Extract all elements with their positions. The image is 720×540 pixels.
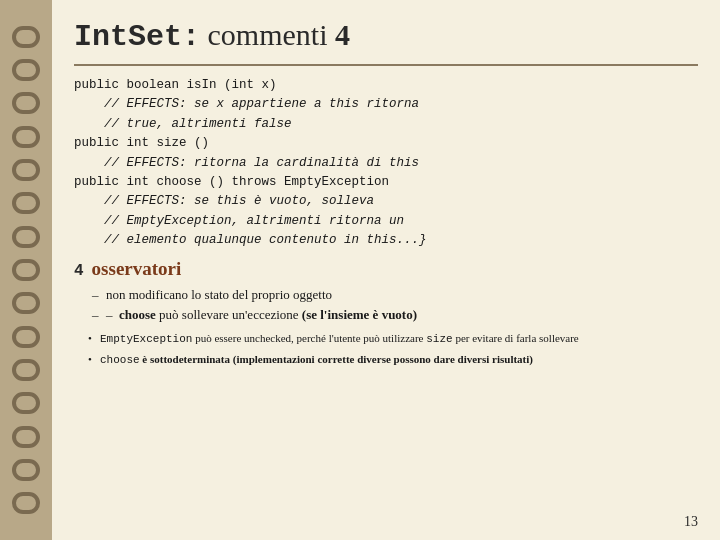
title-text: commenti [200,18,335,51]
code-line-7: // EFFECTS: se this è vuoto, solleva [74,192,698,211]
spiral-ring [12,26,40,48]
spiral-ring [12,326,40,348]
title-area: IntSet: commenti 4 [74,18,698,54]
spiral-ring [12,226,40,248]
section-header: 4 osservatori [74,258,698,280]
bullet-text-2: – choose può sollevare un'eccezione (se … [106,307,417,322]
slide-title: IntSet: commenti 4 [74,18,350,51]
spiral-ring [12,492,40,514]
main-content: IntSet: commenti 4 public boolean isIn (… [52,0,720,540]
title-mono: IntSet: [74,20,200,54]
sub-mono-2: size [426,333,452,345]
spiral-ring [12,259,40,281]
code-line-2: // EFFECTS: se x appartiene a this ritor… [74,95,698,114]
page-number: 13 [684,514,698,530]
bullet-text-1: non modificano lo stato del proprio ogge… [106,287,332,302]
section-number: 4 [74,262,84,280]
spiral-binding [0,0,52,540]
code-line-8: // EmptyException, altrimenti ritorna un [74,212,698,231]
sub-bullet-item-2: choose è sottodeterminata (implementazio… [88,351,698,369]
sub-bullet-item-1: EmptyException può essere unchecked, per… [88,330,698,348]
bullet-item-1: non modificano lo stato del proprio ogge… [92,285,698,305]
sub-bullet-list: EmptyException può essere unchecked, per… [88,330,698,368]
spiral-ring [12,159,40,181]
main-bullet-list: non modificano lo stato del proprio ogge… [92,285,698,324]
spiral-ring [12,426,40,448]
spiral-ring [12,192,40,214]
code-line-3: // true, altrimenti false [74,115,698,134]
code-line-5: // EFFECTS: ritorna la cardinalità di th… [74,154,698,173]
title-divider [74,64,698,66]
spiral-ring [12,459,40,481]
sub-mono-3: choose [100,354,140,366]
spiral-ring [12,126,40,148]
spiral-ring [12,59,40,81]
sub-mono-1: EmptyException [100,333,192,345]
spiral-ring [12,92,40,114]
bullet-item-2: – choose può sollevare un'eccezione (se … [92,305,698,325]
title-number: 4 [335,18,350,51]
section-title: osservatori [92,258,182,280]
spiral-ring [12,392,40,414]
code-line-6: public int choose () throws EmptyExcepti… [74,173,698,192]
spiral-ring [12,359,40,381]
code-line-1: public boolean isIn (int x) [74,76,698,95]
code-line-9: // elemento qualunque contenuto in this.… [74,231,698,250]
spiral-ring [12,292,40,314]
code-block: public boolean isIn (int x) // EFFECTS: … [74,76,698,250]
code-line-4: public int size () [74,134,698,153]
section-four: 4 osservatori non modificano lo stato de… [74,258,698,368]
